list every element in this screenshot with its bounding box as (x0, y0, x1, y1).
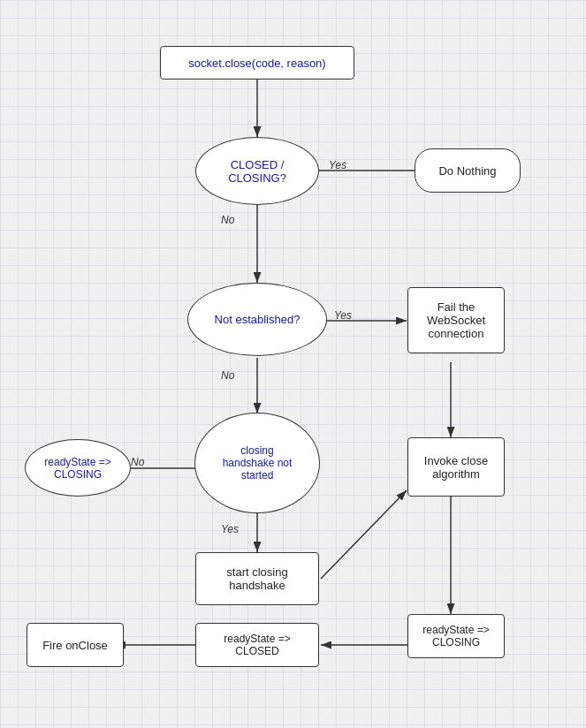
ready-state-closing-right-label: readyState => CLOSING (422, 624, 489, 648)
fire-onclose-node: Fire onClose (27, 623, 124, 667)
start-label: socket.close(code, reason) (188, 57, 325, 70)
ready-state-closed-node: readyState => CLOSED (195, 623, 319, 667)
ready-state-closing-right-node: readyState => CLOSING (407, 614, 505, 658)
ready-state-closed-label: readyState => CLOSED (224, 633, 290, 657)
closing-not-started-node: closing handshake not started (194, 413, 320, 513)
ready-state-closing-left-label: readyState => CLOSING (44, 456, 110, 481)
no-label-closing: No (131, 456, 144, 468)
yes-label-closed: Yes (329, 159, 346, 171)
fail-websocket-label: Fail the WebSocket connection (427, 300, 485, 340)
yes-label-closing: Yes (221, 523, 239, 535)
no-label-established: No (221, 369, 234, 382)
invoke-close-label: Invoke close algorithm (424, 454, 488, 481)
start-node: socket.close(code, reason) (160, 46, 354, 80)
start-closing-node: start closing handshake (195, 552, 319, 605)
do-nothing-label: Do Nothing (438, 164, 496, 178)
closed-closing-node: CLOSED / CLOSING? (195, 137, 319, 205)
flowchart-diagram: socket.close(code, reason) CLOSED / CLOS… (0, 0, 586, 728)
closed-closing-label: CLOSED / CLOSING? (228, 158, 286, 185)
not-established-label: Not established? (215, 313, 301, 326)
fire-onclose-label: Fire onClose (42, 639, 108, 652)
start-closing-label: start closing handshake (226, 565, 287, 592)
ready-state-closing-left-node: readyState => CLOSING (25, 439, 131, 497)
fail-websocket-node: Fail the WebSocket connection (407, 287, 505, 353)
do-nothing-node: Do Nothing (415, 148, 521, 193)
no-label-closed: No (221, 214, 234, 226)
closing-not-started-label: closing handshake not started (223, 444, 293, 482)
yes-label-established: Yes (334, 309, 352, 322)
invoke-close-node: Invoke close algorithm (407, 437, 505, 497)
not-established-node: Not established? (187, 283, 327, 356)
